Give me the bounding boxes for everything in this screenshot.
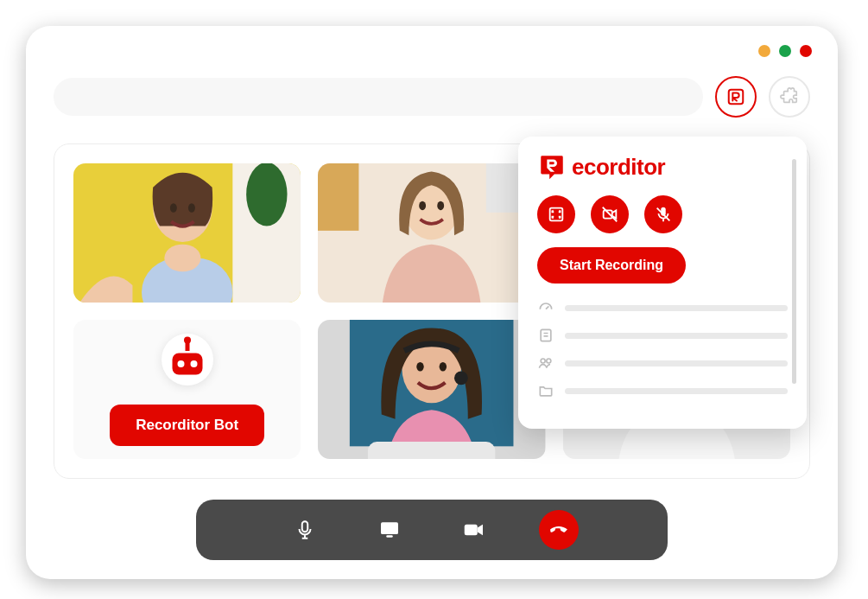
notes-icon — [537, 327, 554, 344]
camera-off-option[interactable] — [591, 195, 629, 233]
speed-icon — [537, 299, 554, 316]
svg-rect-31 — [302, 521, 308, 532]
recorditor-popup: ecorditor Start Recording — [518, 137, 807, 429]
minimize-dot[interactable] — [758, 45, 770, 57]
fullscreen-option[interactable] — [537, 195, 575, 233]
menu-item-speed[interactable] — [537, 299, 788, 316]
menu-item-folder[interactable] — [537, 382, 788, 399]
svg-point-3 — [246, 163, 287, 226]
svg-point-19 — [190, 360, 197, 367]
recorditor-bot-tile: Recorditor Bot — [73, 320, 301, 459]
svg-point-14 — [438, 201, 445, 211]
recorditor-wordmark: ecorditor — [572, 154, 665, 181]
svg-point-21 — [184, 336, 191, 343]
close-dot[interactable] — [800, 45, 812, 57]
call-control-bar — [196, 500, 668, 560]
svg-rect-28 — [368, 442, 495, 459]
folder-icon — [537, 382, 554, 399]
recorditor-bot-button[interactable]: Recorditor Bot — [110, 405, 264, 446]
extensions-button[interactable] — [769, 76, 810, 118]
menu-item-notes[interactable] — [537, 327, 788, 344]
svg-rect-32 — [381, 522, 398, 534]
end-call-button[interactable] — [539, 510, 579, 550]
microphone-button[interactable] — [285, 510, 325, 550]
svg-rect-34 — [465, 525, 478, 536]
svg-rect-33 — [386, 535, 393, 538]
fullscreen-icon — [547, 205, 566, 224]
popup-scrollbar[interactable] — [792, 159, 796, 384]
app-window: Recorditor Bot — [26, 26, 838, 579]
mic-off-option[interactable] — [644, 195, 682, 233]
svg-point-7 — [170, 203, 177, 213]
svg-point-6 — [164, 245, 200, 272]
recorditor-mark-icon — [537, 152, 567, 182]
camera-button[interactable] — [454, 510, 494, 550]
svg-rect-11 — [486, 163, 523, 213]
bot-avatar — [162, 334, 213, 386]
svg-point-25 — [417, 362, 424, 372]
url-bar[interactable] — [54, 78, 703, 116]
svg-point-13 — [420, 201, 427, 211]
recorditor-logo: ecorditor — [537, 152, 788, 182]
participant-tile[interactable] — [318, 163, 545, 303]
svg-point-39 — [541, 359, 545, 363]
svg-point-26 — [440, 362, 447, 372]
svg-point-18 — [177, 360, 184, 367]
window-controls — [758, 45, 812, 57]
browser-topbar — [54, 78, 810, 116]
svg-point-40 — [547, 359, 551, 363]
screen-share-button[interactable] — [370, 510, 409, 550]
mic-muted-icon — [654, 205, 673, 224]
participant-tile[interactable] — [318, 320, 545, 459]
camera-disabled-icon — [600, 205, 619, 224]
people-icon — [537, 354, 554, 372]
svg-point-27 — [454, 371, 468, 385]
svg-rect-10 — [318, 163, 358, 231]
recorditor-extension-button[interactable] — [715, 76, 757, 118]
start-recording-button[interactable]: Start Recording — [537, 247, 686, 284]
svg-rect-17 — [172, 353, 202, 374]
maximize-dot[interactable] — [779, 45, 791, 57]
recording-options — [537, 195, 788, 233]
participant-tile[interactable] — [73, 163, 301, 303]
popup-menu — [537, 299, 788, 399]
menu-item-people[interactable] — [537, 354, 788, 372]
svg-rect-35 — [550, 208, 563, 221]
svg-point-8 — [188, 203, 195, 213]
